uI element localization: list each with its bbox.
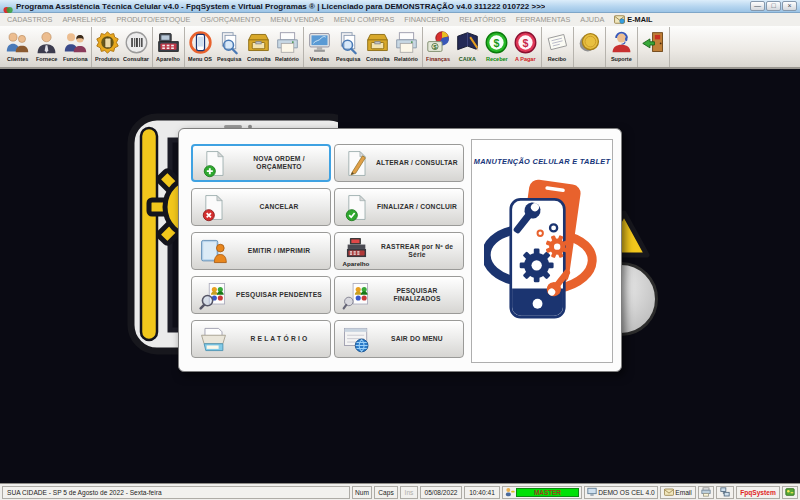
register-icon [344, 235, 369, 260]
status-network[interactable] [716, 486, 734, 499]
toolbar-button-receber[interactable]: $Receber [482, 27, 511, 67]
toolbar-button-coin-icon[interactable] [575, 27, 604, 67]
toolbar-group-7: Recibo [542, 27, 574, 67]
toolbar-button-fornece[interactable]: Fornece [32, 27, 61, 67]
device-icon [156, 29, 181, 55]
toolbar-group-6: $FinançasCAIXA$Receber$A Pagar [423, 27, 542, 67]
drawer-icon [365, 29, 390, 55]
toolbar-group-3: Aparelho [153, 27, 185, 67]
drawer-icon [246, 29, 271, 55]
toolbar-button-a-pagar[interactable]: $A Pagar [511, 27, 540, 67]
menu-item-produto-estoque[interactable]: PRODUTO/ESTOQUE [112, 15, 196, 24]
menu-item-relatorios[interactable]: RELATÓRIOS [454, 15, 511, 24]
menu-item-ajuda[interactable]: AJUDA [575, 15, 609, 24]
menu-item-financeiro[interactable]: FINANCEIRO [399, 15, 454, 24]
maximize-button[interactable]: □ [766, 1, 781, 11]
dialog-button-nova-ordem-orcamento[interactable]: NOVA ORDEM / ORÇAMENTO [191, 144, 331, 182]
dialog-button-label: CANCELAR [231, 203, 327, 211]
toolbar-button-label: Finanças [427, 55, 451, 62]
search-people2-icon [342, 281, 371, 310]
toolbar-button-label: Recibo [548, 55, 566, 62]
toolbar-button-financas[interactable]: $Finanças [424, 27, 453, 67]
dialog-button-sair-do-menu[interactable]: SAIR DO MENU [334, 320, 464, 358]
status-printer[interactable] [698, 486, 714, 499]
menu-item-label: RELATÓRIOS [459, 15, 506, 24]
monitor-icon [587, 487, 598, 497]
toolbar-button-recibo[interactable]: Recibo [543, 27, 572, 67]
toolbar-button-relatorio[interactable]: Relatório [273, 27, 302, 67]
toolbar-button-label: Pesquisa [217, 55, 241, 62]
toolbar-group-10 [638, 27, 670, 67]
menu-item-menu-vendas[interactable]: MENU VENDAS [265, 15, 329, 24]
menu-item-menu-compras[interactable]: MENU COMPRAS [329, 15, 399, 24]
toolbar-button-suporte[interactable]: Suporte [607, 27, 636, 67]
menu-item-label: E-MAIL [627, 15, 652, 24]
dialog-button-alterar-consultar[interactable]: ALTERAR / CONSULTAR [334, 144, 464, 182]
toolbar-button-menu-os[interactable]: Menu OS [186, 27, 215, 67]
status-brand: FpqSystem [736, 486, 780, 499]
network-icon [720, 487, 731, 497]
printer-icon [701, 487, 712, 497]
products-icon [95, 29, 120, 55]
dialog-button-pesquisar-finalizados[interactable]: PESQUISAR FINALIZADOS [334, 276, 464, 314]
toolbar-group-2: ProdutosConsultar [92, 27, 153, 67]
toolbar-button-pesquisa[interactable]: Pesquisa [215, 27, 244, 67]
dialog-button-finalizar-concluir[interactable]: FINALIZAR / CONCLUIR [334, 188, 464, 226]
toolbar-button-consultar[interactable]: Consultar [122, 27, 151, 67]
toolbar-button-funciona[interactable]: Funciona [61, 27, 90, 67]
toolbar-button-label: Menu OS [189, 55, 213, 62]
menu-item-ferramentas[interactable]: FERRAMENTAS [511, 15, 576, 24]
dialog-button-r-e-l-a-t-o-r-i-o[interactable]: R E L A T Ó R I O [191, 320, 331, 358]
menu-item-label: MENU COMPRAS [334, 15, 394, 24]
search-docs-icon [336, 29, 361, 55]
toolbar-button-label: Funciona [63, 55, 88, 62]
dialog-button-label: PESQUISAR PENDENTES [231, 291, 327, 299]
menu-item-label: OS/ORÇAMENTO [200, 15, 260, 24]
toolbar-button-produtos[interactable]: Produtos [93, 27, 122, 67]
toolbar-button-caixa[interactable]: CAIXA [453, 27, 482, 67]
logo-panel: MANUTENÇÃO CELULAR E TABLET [471, 139, 613, 363]
dialog-button-label: EMITIR / IMPRIMIR [231, 247, 327, 255]
toolbar-button-consulta[interactable]: Consulta [244, 27, 273, 67]
toolbar-button-label: Produtos [95, 55, 119, 62]
dialog-button-label: PESQUISAR FINALIZADOS [374, 287, 460, 303]
toolbar-button-exit-door-icon[interactable] [639, 27, 668, 67]
device-sublabel: Aparelho [343, 260, 370, 267]
status-system-name: DEMO OS CEL 4.0 [598, 489, 655, 496]
status-email[interactable]: Email [660, 486, 696, 499]
menu-item-label: FERRAMENTAS [516, 15, 571, 24]
status-ins: Ins [400, 486, 418, 499]
toolbar-button-label: Aparelho [157, 55, 181, 62]
menu-item-cadastros[interactable]: CADASTROS [2, 15, 57, 24]
menu-item-e-mail[interactable]: E-MAIL [609, 15, 657, 24]
dialog-button-emitir-imprimir[interactable]: EMITIR / IMPRIMIR [191, 232, 331, 270]
dialog-button-icon-wrap: Aparelho [338, 235, 374, 267]
toolbar-button-vendas[interactable]: Vendas [305, 27, 334, 67]
dialog-button-cancelar[interactable]: CANCELAR [191, 188, 331, 226]
toolbar: ClientesForneceFuncionaProdutosConsultar… [0, 26, 800, 69]
dialog-button-label: FINALIZAR / CONCLUIR [374, 203, 460, 211]
toolbar-button-clientes[interactable]: Clientes [3, 27, 32, 67]
toolbar-button-consulta[interactable]: Consulta [363, 27, 392, 67]
svg-text:$: $ [433, 42, 437, 49]
status-date: 05/08/2022 [420, 486, 462, 499]
dialog-button-label: NOVA ORDEM / ORÇAMENTO [232, 155, 326, 171]
menu-item-aparelhos[interactable]: APARELHOS [57, 15, 111, 24]
doc-plus-icon [200, 149, 229, 178]
toolbar-button-pesquisa[interactable]: Pesquisa [334, 27, 363, 67]
menu-os-dialog: NOVA ORDEM / ORÇAMENTOALTERAR / CONSULTA… [178, 128, 622, 372]
toolbar-button-aparelho[interactable]: Aparelho [154, 27, 183, 67]
employees-icon [63, 29, 88, 55]
dialog-button-rastrear-por-n-de-serie[interactable]: AparelhoRASTREAR por Nº de Série [334, 232, 464, 270]
toolbar-button-relatorio[interactable]: Relatório [392, 27, 421, 67]
toolbar-group-1: ClientesForneceFunciona [2, 27, 92, 67]
dialog-button-pesquisar-pendentes[interactable]: PESQUISAR PENDENTES [191, 276, 331, 314]
minimize-button[interactable]: — [750, 1, 765, 11]
finance-icon: $ [426, 29, 451, 55]
toolbar-group-9: Suporte [606, 27, 638, 67]
suppliers-icon [34, 29, 59, 55]
doc-pencil-icon [342, 149, 371, 178]
search-people-icon [199, 281, 228, 310]
menu-item-os-orcamento[interactable]: OS/ORÇAMENTO [195, 15, 265, 24]
close-button[interactable]: × [782, 1, 797, 11]
